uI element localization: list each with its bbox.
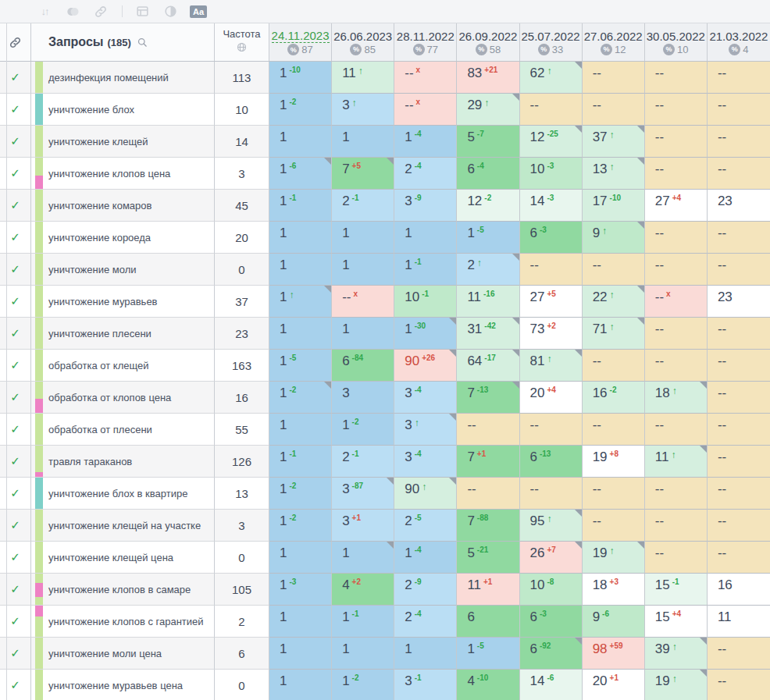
position-cell[interactable]: 6-84 [332,350,394,382]
position-cell[interactable]: 15-1 [645,574,708,606]
position-cell[interactable]: 2-1 [332,446,394,478]
position-cell[interactable]: 62↑ [520,62,583,94]
position-cell[interactable]: 71↑ [583,318,645,350]
position-cell[interactable]: 1-4 [394,126,457,158]
position-cell[interactable]: 19↑ [645,670,708,700]
position-cell[interactable]: 1 [269,670,332,700]
position-cell[interactable]: 64-17 [457,350,519,382]
position-cell[interactable]: 1 [332,638,394,670]
sort-icon[interactable]: ↓↑ [36,4,53,20]
position-cell[interactable]: -- [708,158,770,190]
position-cell[interactable]: -- [645,126,708,158]
keyword-label[interactable]: уничтожение клещей [48,136,148,147]
position-cell[interactable]: 7+1 [457,446,519,478]
position-cell[interactable]: 9-6 [583,606,645,638]
row-checkmark[interactable]: ✓ [0,318,31,350]
position-cell[interactable]: 1-10 [269,62,332,94]
position-cell[interactable]: 26+7 [520,542,583,574]
date-label[interactable]: 26.06.2023 [333,30,392,43]
position-cell[interactable]: 19↑ [583,542,645,574]
position-cell[interactable]: 90+26 [394,350,457,382]
position-cell[interactable]: -- [645,62,708,94]
position-cell[interactable]: -- [583,478,645,510]
position-cell[interactable]: -- [708,318,770,350]
position-cell[interactable]: 37↑ [583,126,645,158]
position-cell[interactable]: 9↑ [583,222,645,254]
position-cell[interactable]: -- [645,158,708,190]
position-cell[interactable]: -- [708,222,770,254]
row-checkmark[interactable]: ✓ [0,414,31,446]
keyword-cell[interactable]: уничтожение клопов с гарантией [31,606,215,638]
keyword-cell[interactable]: уничтожение клещей цена [31,542,215,574]
position-cell[interactable]: 6-92 [520,638,583,670]
keyword-cell[interactable]: уничтожение короеда [31,222,215,254]
keyword-cell[interactable]: обработка от клещей [31,350,215,382]
position-cell[interactable]: 3-1 [394,670,457,700]
position-cell[interactable]: 5-21 [457,542,519,574]
position-cell[interactable]: 2-4 [394,606,457,638]
keyword-label[interactable]: уничтожение блох [48,104,134,115]
row-checkmark[interactable]: ✓ [0,350,31,382]
keyword-cell[interactable]: уничтожение муравьев цена [31,670,215,700]
position-cell[interactable]: 10-8 [520,574,583,606]
position-cell[interactable]: -- [708,478,770,510]
position-cell[interactable]: 1-5 [269,350,332,382]
position-cell[interactable]: 1-1 [269,190,332,222]
position-cell[interactable]: 22↑ [583,286,645,318]
position-cell[interactable]: -- [645,94,708,126]
position-cell[interactable]: 13↑ [583,158,645,190]
position-cell[interactable]: -- [708,382,770,414]
position-cell[interactable]: 1 [332,254,394,286]
date-label[interactable]: 28.11.2022 [397,30,455,43]
position-cell[interactable]: 1-4 [394,542,457,574]
position-cell[interactable]: 16-2 [583,382,645,414]
position-cell[interactable]: --x [332,286,394,318]
groups-icon[interactable] [64,4,81,20]
position-cell[interactable]: 95↑ [520,510,583,542]
row-checkmark[interactable]: ✓ [0,638,31,670]
date-label[interactable]: 30.05.2022 [647,30,705,43]
position-cell[interactable]: 6-3 [520,606,583,638]
position-cell[interactable]: 1 [269,222,332,254]
row-checkmark[interactable]: ✓ [0,478,31,510]
row-checkmark[interactable]: ✓ [0,126,31,158]
position-cell[interactable]: 1-1 [394,254,457,286]
position-cell[interactable]: 2↑ [457,254,519,286]
position-cell[interactable]: 1-1 [269,446,332,478]
keyword-label[interactable]: уничтожение клещей на участке [48,520,201,531]
keyword-label[interactable]: уничтожение клопов цена [48,168,170,179]
position-cell[interactable]: 3 [332,382,394,414]
keyword-label[interactable]: уничтожение клопов с гарантией [48,616,204,627]
row-checkmark[interactable]: ✓ [0,222,31,254]
date-column-header[interactable]: 27.06.2022%12 [583,23,645,61]
position-cell[interactable]: 2-5 [394,510,457,542]
position-cell[interactable]: -- [520,254,583,286]
position-cell[interactable]: -- [457,478,519,510]
position-cell[interactable]: --x [645,286,708,318]
position-cell[interactable]: -- [645,254,708,286]
date-label[interactable]: 27.06.2022 [584,30,643,43]
position-cell[interactable]: -- [645,542,708,574]
position-cell[interactable]: 1 [269,414,332,446]
link-icon[interactable] [92,4,109,20]
position-cell[interactable]: -- [645,414,708,446]
row-checkmark[interactable]: ✓ [0,670,31,700]
position-cell[interactable]: 3-9 [394,190,457,222]
position-cell[interactable]: 83+21 [457,62,519,94]
keyword-cell[interactable]: уничтожение моли цена [31,638,215,670]
keyword-label[interactable]: уничтожение моли цена [48,648,162,659]
row-checkmark[interactable]: ✓ [0,606,31,638]
keyword-label[interactable]: обработка от клопов цена [48,392,171,403]
keyword-label[interactable]: уничтожение клещей цена [48,552,173,563]
position-cell[interactable]: 1 [269,126,332,158]
date-column-header[interactable]: 25.07.2022%33 [520,23,583,61]
position-cell[interactable]: 1-2 [269,382,332,414]
position-cell[interactable]: 90↑ [394,478,457,510]
position-cell[interactable]: 2-4 [394,158,457,190]
position-cell[interactable]: -- [583,510,645,542]
keyword-cell[interactable]: уничтожение блох [31,94,215,126]
queries-header[interactable]: Запросы (185) [31,23,215,61]
position-cell[interactable]: -- [520,478,583,510]
position-cell[interactable]: 81↑ [520,350,583,382]
position-cell[interactable]: 1 [394,222,457,254]
